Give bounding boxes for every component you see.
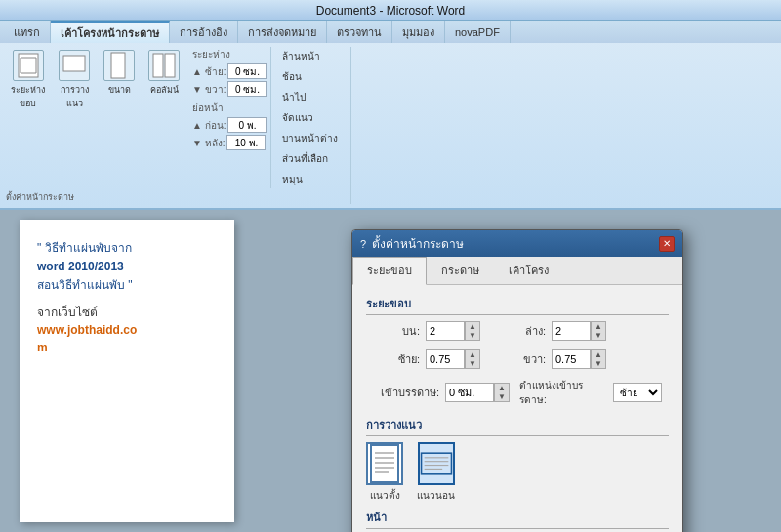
top-down-btn[interactable]: ▼ xyxy=(466,331,479,340)
gutter-pos-select[interactable]: ซ้าย ขวา xyxy=(613,383,662,402)
dialog-title: ตั้งค่าหน้ากระดาษ xyxy=(372,234,464,253)
gutter-input[interactable] xyxy=(445,383,494,402)
ribbon-content: ระยะห่าง ขอบ การวาง แนว xyxy=(0,43,781,208)
orientation-button[interactable]: การวาง แนว xyxy=(54,47,95,113)
tab-review[interactable]: ตรวจทาน xyxy=(327,21,392,43)
back-button[interactable]: ช้อน xyxy=(277,67,343,86)
tab-home[interactable]: แทรก xyxy=(4,21,51,43)
rotate-button[interactable]: หมุน xyxy=(277,170,343,188)
top-spinner: ▲ ▼ xyxy=(426,321,480,341)
app-title: Document3 - Microsoft Word xyxy=(316,4,466,18)
bottom-up-btn[interactable]: ▲ xyxy=(592,322,605,331)
dialog-tab-layout[interactable]: เค้าโครง xyxy=(494,257,563,284)
after-spacing-input[interactable] xyxy=(226,135,266,150)
margins-button[interactable]: ระยะห่าง ขอบ xyxy=(6,47,50,113)
landscape-option[interactable]: แนวนอน xyxy=(417,442,455,503)
svg-rect-8 xyxy=(165,54,175,77)
gutter-up-btn[interactable]: ▲ xyxy=(495,384,509,392)
columns-button[interactable]: คอลัมน์ xyxy=(144,47,185,100)
bottom-down-btn[interactable]: ▼ xyxy=(592,331,605,340)
dialog-tab-margins[interactable]: ระยะขอบ xyxy=(352,257,427,285)
dialog-close-button[interactable]: ✕ xyxy=(659,236,675,252)
svg-rect-9 xyxy=(371,445,398,482)
top-up-btn[interactable]: ▲ xyxy=(466,322,479,331)
page-setup-dialog: ? ตั้งค่าหน้ากระดาษ ✕ ระยะขอบ กระดาษ เค้… xyxy=(351,229,683,532)
before-spacing-input[interactable] xyxy=(227,117,267,133)
bottom-margin-input[interactable] xyxy=(552,321,591,341)
top-margin-row: บน: ▲ ▼ ล่าง: xyxy=(366,321,662,341)
right-spinner: ▲ ▼ xyxy=(552,349,606,369)
document-area: " วิธีทำแผ่นพับจาก word 2010/2013 สอนวิธ… xyxy=(0,210,781,532)
page-setup-group-label: ตั้งค่าหน้ากระดาษ xyxy=(6,190,74,204)
left-label: ซ้าย: xyxy=(366,350,420,368)
left-margin-input[interactable] xyxy=(426,349,465,369)
portrait-option[interactable]: แนวตั้ง xyxy=(366,442,403,503)
title-bar: Document3 - Microsoft Word xyxy=(0,0,781,21)
group-button[interactable]: บานหน้าต่าง xyxy=(277,129,343,147)
portrait-icon xyxy=(366,442,403,485)
gutter-spinner: ▲ ▼ xyxy=(445,383,510,402)
orientation-options: แนวตั้ง แนวนอน xyxy=(366,442,669,503)
tab-nova[interactable]: novaPDF xyxy=(445,21,511,43)
align-button[interactable]: จัดแนว xyxy=(277,108,343,127)
bottom-spinner: ▲ ▼ xyxy=(552,321,606,341)
tab-reference[interactable]: การอ้างอิง xyxy=(170,21,238,43)
left-spinner: ▲ ▼ xyxy=(426,349,480,369)
landscape-label: แนวนอน xyxy=(417,488,455,503)
front-button[interactable]: ล้านหน้า xyxy=(277,47,343,65)
left-margin-row: ซ้าย: ▲ ▼ ขวา: xyxy=(366,349,662,369)
top-margin-input[interactable] xyxy=(426,321,465,341)
size-button[interactable]: ขนาด xyxy=(99,47,140,100)
tab-pagelayout[interactable]: เค้าโครงหน้ากระดาษ xyxy=(51,21,170,43)
top-label: บน: xyxy=(366,322,420,340)
pages-section-title: หน้า xyxy=(366,509,669,529)
right-margin-input-dialog[interactable] xyxy=(552,349,591,369)
help-icon: ? xyxy=(360,238,366,250)
left-down-btn[interactable]: ▼ xyxy=(466,359,479,368)
tab-mailings[interactable]: การส่งจดหมาย xyxy=(238,21,327,43)
select-button[interactable]: ส่วนที่เลือก xyxy=(277,149,343,168)
dialog-tabs: ระยะขอบ กระดาษ เค้าโครง xyxy=(352,257,682,285)
gutter-label: เข้าบรรดาษ: xyxy=(366,384,439,401)
right-up-btn[interactable]: ▲ xyxy=(592,350,605,359)
gutter-row: เข้าบรรดาษ: ▲ ▼ ตำแหน่งเข้าบรรดาษ: ซ้า xyxy=(366,378,662,407)
margins-section-title: ระยะขอบ xyxy=(366,295,669,315)
dialog-overlay: ? ตั้งค่าหน้ากระดาษ ✕ ระยะขอบ กระดาษ เค้… xyxy=(0,210,781,532)
dialog-tab-paper[interactable]: กระดาษ xyxy=(427,257,494,284)
svg-rect-5 xyxy=(63,56,85,71)
portrait-label: แนวตั้ง xyxy=(370,488,400,503)
tab-view[interactable]: มุมมอง xyxy=(392,21,445,43)
orientation-section-title: การวางแนว xyxy=(366,416,669,436)
left-up-btn[interactable]: ▲ xyxy=(466,350,479,359)
gutter-down-btn[interactable]: ▼ xyxy=(495,392,509,401)
ribbon-tabs: แทรก เค้าโครงหน้ากระดาษ การอ้างอิง การส่… xyxy=(0,21,781,43)
left-margin-input[interactable] xyxy=(227,63,267,79)
right-down-btn[interactable]: ▼ xyxy=(592,359,605,368)
svg-rect-7 xyxy=(153,54,163,77)
right-label: ขวา: xyxy=(492,350,546,368)
gutter-pos-label: ตำแหน่งเข้าบรรดาษ: xyxy=(519,378,607,407)
wrap-button[interactable]: นำไป xyxy=(277,88,343,106)
dialog-title-bar: ? ตั้งค่าหน้ากระดาษ ✕ xyxy=(352,230,682,257)
svg-rect-15 xyxy=(421,453,451,474)
svg-rect-6 xyxy=(111,53,125,78)
right-margin-input[interactable] xyxy=(227,81,267,97)
landscape-icon xyxy=(418,442,455,485)
bottom-label: ล่าง: xyxy=(492,322,546,340)
dialog-body: ระยะขอบ บน: ▲ ▼ xyxy=(352,285,682,532)
